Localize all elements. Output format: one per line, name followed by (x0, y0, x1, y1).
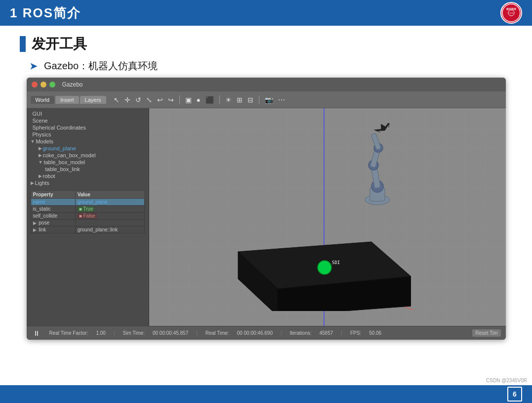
tree-item-physics[interactable]: Physics (31, 131, 145, 138)
scale-icon[interactable]: ⤡ (145, 95, 154, 105)
tree-item-table-link[interactable]: table_box_link (31, 166, 145, 173)
grid-icon[interactable]: ⊞ (235, 95, 244, 105)
properties-section: Property Value name ground_plane (31, 190, 145, 233)
tree-item-lights[interactable]: ▶ Lights (31, 179, 145, 186)
undo-icon[interactable]: ↩ (156, 95, 164, 105)
toolbar-sep-1 (179, 95, 180, 104)
models-arrow: ▼ (31, 139, 35, 144)
prop-header-property: Property (31, 191, 75, 199)
tree-item-coke[interactable]: ▶ coke_can_box_model (31, 152, 145, 159)
toolbar-sep-2 (219, 95, 220, 104)
svg-text:SDI: SDI (332, 260, 340, 265)
tab-insert[interactable]: Insert (55, 96, 79, 104)
robot-arrow: ▶ (39, 174, 42, 179)
gazebo-left-panel: GUI Scene Spherical Coordinates Physics … (27, 108, 149, 326)
tree-label-scene: Scene (31, 118, 48, 124)
prop-key-is-static: is_static (31, 206, 75, 213)
sphere-icon[interactable]: ● (195, 95, 202, 105)
tree-label-robot: robot (43, 173, 55, 179)
gazebo-statusbar: ⏸ Real Time Factor: 1.00 | Sim Time: 00 … (27, 326, 506, 340)
prop-val-self-collide: ■ False (75, 213, 144, 220)
arrow-icon: ➤ (30, 61, 37, 72)
prop-header-value: Value (75, 191, 144, 199)
screenshot-icon[interactable]: 📷 (263, 95, 275, 105)
tree-label-models: Models (36, 138, 53, 144)
header-bar: 1 ROS简介 南京科技 大学 (0, 0, 532, 26)
prop-row-is-static[interactable]: is_static ■ True (31, 206, 144, 213)
toolbar-tabs: World Insert Layers (31, 96, 106, 104)
gazebo-toolbar: World Insert Layers ↖ ✛ ↺ ⤡ ↩ ↪ ▣ ● ⬛ ☀ … (27, 91, 506, 108)
left-panel-tree: GUI Scene Spherical Coordinates Physics … (27, 108, 149, 326)
prop-val-pose (75, 220, 144, 226)
prop-key-name: name (31, 199, 75, 206)
cylinder-icon[interactable]: ⬛ (204, 95, 215, 105)
prop-key-link: ▶ link (31, 226, 75, 233)
select-icon[interactable]: ↖ (112, 95, 121, 105)
iterations-label: Iterations: (290, 330, 312, 336)
tree-label-physics: Physics (31, 132, 51, 137)
pause-icon[interactable]: ⏸ (32, 328, 41, 338)
tree-label-gui: GUI (31, 111, 42, 117)
tree-item-models[interactable]: ▼ Models (31, 138, 145, 145)
prop-row-self-collide[interactable]: self_collide ■ False (31, 213, 144, 220)
tree-label-table-link: table_box_link (45, 166, 80, 172)
table-arrow: ▼ (39, 160, 43, 165)
black-box-svg: SDI (199, 212, 411, 311)
tree-item-ground-plane[interactable]: ▶ ground_plane (31, 145, 145, 152)
sim-time-value: 00 00:00:45.857 (153, 330, 188, 336)
wireframe-icon[interactable]: ⊟ (246, 95, 255, 105)
real-time-factor-value: 1.00 (96, 330, 105, 336)
rotate-icon[interactable]: ↺ (134, 95, 143, 105)
real-time-value: 00 00:00:46.690 (237, 330, 273, 336)
prop-row-pose[interactable]: ▶ pose (31, 220, 144, 226)
redo-icon[interactable]: ↪ (166, 95, 175, 105)
ground-plane-arrow: ▶ (39, 146, 42, 151)
tab-layers[interactable]: Layers (80, 96, 106, 104)
gazebo-viewport[interactable]: SDI (149, 108, 506, 326)
prop-val-is-static: ■ True (75, 206, 144, 213)
gazebo-window: Gazebo World Insert Layers ↖ ✛ ↺ ⤡ ↩ ↪ ▣… (27, 78, 506, 340)
fps-label: FPS: (350, 330, 361, 336)
svg-rect-11 (371, 133, 381, 150)
more-icon[interactable]: ⋯ (277, 95, 286, 105)
tree-item-gui[interactable]: GUI (31, 110, 145, 117)
close-button[interactable] (32, 82, 38, 88)
section-title-text: 发开工具 (32, 35, 87, 53)
properties-table: Property Value name ground_plane (31, 190, 145, 233)
tree-label-table: table_box_model (43, 159, 85, 165)
title-bar-accent (20, 36, 26, 52)
gazebo-main: GUI Scene Spherical Coordinates Physics … (27, 108, 506, 326)
tree-label-spherical: Spherical Coordinates (31, 125, 86, 131)
sub-item-gazebo: ➤ Gazebo：机器人仿真环境 (20, 59, 512, 73)
bottom-bar: 6 (0, 385, 532, 403)
minimize-button[interactable] (41, 82, 46, 88)
prop-key-self-collide: self_collide (31, 213, 75, 220)
university-logo: 南京科技 大学 (500, 2, 522, 24)
tree-item-robot[interactable]: ▶ robot (31, 173, 145, 179)
sub-item-text: Gazebo：机器人仿真环境 (44, 59, 158, 73)
translate-icon[interactable]: ✛ (123, 95, 132, 105)
prop-key-pose: ▶ pose (31, 220, 75, 226)
header-title: 1 ROS简介 (10, 4, 81, 22)
toolbar-sep-3 (259, 95, 259, 104)
real-time-factor-label: Real Time Factor: (49, 330, 88, 336)
page-number: 6 (507, 387, 522, 402)
tree-item-scene[interactable]: Scene (31, 117, 145, 124)
tree-item-table[interactable]: ▼ table_box_model (31, 159, 145, 166)
tree-label-lights: Lights (35, 180, 49, 186)
watermark: CSDN @2345V0R (486, 378, 527, 383)
prop-row-name[interactable]: name ground_plane (31, 199, 144, 206)
prop-row-link[interactable]: ▶ link ground_plane::link (31, 226, 144, 233)
tree-item-spherical[interactable]: Spherical Coordinates (31, 124, 145, 131)
svg-point-16 (318, 261, 331, 274)
reset-button[interactable]: Reset Tim (472, 329, 500, 337)
robot-arm-svg (338, 123, 417, 212)
iterations-value: 45857 (319, 330, 333, 336)
coke-arrow: ▶ (39, 153, 42, 158)
tree-label-coke: coke_can_box_model (43, 152, 96, 158)
box-icon[interactable]: ▣ (184, 95, 193, 105)
maximize-button[interactable] (49, 82, 55, 88)
sun-icon[interactable]: ☀ (224, 95, 233, 105)
tab-world[interactable]: World (31, 96, 55, 104)
gazebo-title: Gazebo (62, 81, 83, 88)
